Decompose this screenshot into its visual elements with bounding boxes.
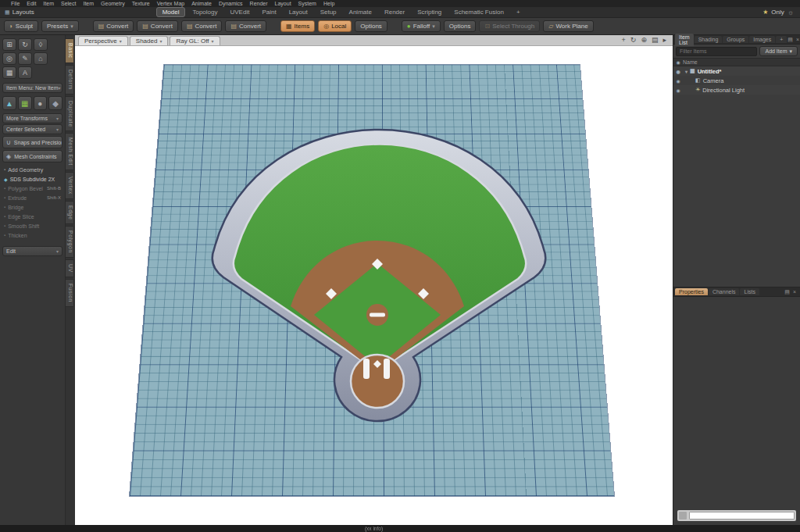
close-icon[interactable]: × bbox=[793, 289, 796, 295]
tab-properties[interactable]: Properties bbox=[675, 288, 708, 295]
expander-icon[interactable]: ▾ bbox=[683, 69, 690, 74]
sculpt-button[interactable]: ◗ Sculpt bbox=[4, 20, 38, 32]
vtab-edge[interactable]: Edge bbox=[66, 201, 74, 224]
tab-render[interactable]: Render bbox=[379, 8, 410, 16]
tab-images[interactable]: Images bbox=[749, 36, 775, 43]
visibility-eye-icon[interactable]: ◉ bbox=[673, 78, 683, 84]
menu-layout[interactable]: Layout bbox=[275, 1, 291, 6]
tab-animate[interactable]: Animate bbox=[344, 8, 377, 16]
move-tool-button[interactable]: ⊞ bbox=[2, 38, 16, 51]
local-button[interactable]: ◎ Local bbox=[318, 20, 352, 32]
tool-smooth-shift[interactable]: ▪ Smooth Shift bbox=[0, 221, 65, 230]
tab-layout[interactable]: Layout bbox=[284, 8, 313, 16]
shaded-tab[interactable]: Shaded ▾ bbox=[130, 36, 169, 45]
tab-item-list[interactable]: Item List bbox=[675, 34, 694, 46]
tab-setup[interactable]: Setup bbox=[315, 8, 342, 16]
snaps-precision-button[interactable]: ∪ Snaps and Precision bbox=[2, 136, 62, 148]
add-panel-tab-button[interactable]: + bbox=[776, 36, 787, 43]
visibility-eye-icon[interactable]: ◉ bbox=[673, 87, 683, 93]
visibility-eye-icon[interactable]: ◉ bbox=[673, 69, 683, 74]
baseball-field-cookie-cutter-model[interactable] bbox=[75, 46, 673, 525]
menu-edit[interactable]: Edit bbox=[27, 1, 36, 6]
presets-button[interactable]: Presets ▾ bbox=[41, 20, 79, 32]
edit-dropdown[interactable]: Edit ▾ bbox=[2, 246, 62, 256]
items-mode-button[interactable]: ▦ Items bbox=[280, 20, 315, 32]
convert-button-2[interactable]: ▤ Convert bbox=[137, 20, 178, 32]
item-menu-dropdown[interactable]: Item Menu: New Item ▾ bbox=[2, 83, 62, 93]
perspective-tab[interactable]: Perspective ▾ bbox=[78, 36, 128, 45]
command-history-button[interactable] bbox=[679, 512, 687, 520]
vtab-uv[interactable]: UV bbox=[66, 259, 74, 277]
tool-sds-subdivide[interactable]: ◆ SDS Subdivide 2X bbox=[0, 174, 65, 184]
center-selected-dropdown[interactable]: Center Selected ▾ bbox=[2, 124, 62, 134]
menu-item[interactable]: Item bbox=[43, 1, 54, 6]
tool-bridge[interactable]: ▪ Bridge bbox=[0, 202, 65, 212]
viewport-menu-icon[interactable]: ▸ bbox=[662, 36, 666, 44]
mesh-constraints-button[interactable]: ◈ Mesh Constraints bbox=[2, 150, 62, 162]
vtab-mesh-edit[interactable]: Mesh Edit bbox=[66, 133, 74, 170]
layouts-menu-button[interactable]: ▦ Layouts bbox=[0, 9, 39, 16]
primitive-tool-button[interactable]: ⌂ bbox=[34, 52, 48, 65]
vtab-polygon[interactable]: Polygon bbox=[66, 226, 74, 258]
action-center-button[interactable]: ▲ bbox=[2, 96, 16, 110]
pan-icon[interactable]: + bbox=[622, 36, 626, 44]
menu-render[interactable]: Render bbox=[250, 1, 268, 6]
name-column-header[interactable]: Name bbox=[683, 59, 698, 65]
options-button-1[interactable]: Options bbox=[355, 20, 388, 32]
more-transforms-dropdown[interactable]: More Transforms ▾ bbox=[2, 113, 62, 123]
text-tool-button[interactable]: A bbox=[18, 66, 32, 79]
menu-system[interactable]: System bbox=[298, 1, 316, 6]
panel-options-icon[interactable]: ▤ bbox=[784, 289, 790, 295]
vtab-duplicate[interactable]: Duplicate bbox=[66, 96, 74, 132]
tool-thicken[interactable]: ▪ Thicken bbox=[0, 230, 65, 240]
tool-polygon-bevel[interactable]: ▪ Polygon Bevel Shift-B bbox=[0, 184, 65, 193]
rotate-tool-button[interactable]: ↻ bbox=[18, 38, 32, 51]
tab-topology[interactable]: Topology bbox=[187, 8, 223, 16]
tab-uvedit[interactable]: UVEdit bbox=[224, 8, 255, 16]
menu-geometry[interactable]: Geometry bbox=[101, 1, 125, 6]
convert-button-1[interactable]: ▤ Convert bbox=[93, 20, 134, 32]
tab-model[interactable]: Model bbox=[156, 7, 186, 17]
orbit-icon[interactable]: ↻ bbox=[630, 36, 637, 44]
menu-vertex-map[interactable]: Vertex Map bbox=[157, 1, 184, 6]
raygl-tab[interactable]: Ray GL: Off ▾ bbox=[170, 36, 220, 45]
gear-icon[interactable]: ☼ bbox=[788, 9, 794, 16]
vtab-basic[interactable]: Basic bbox=[66, 38, 74, 63]
cone-button[interactable]: ◆ bbox=[48, 96, 62, 110]
sphere-button[interactable]: ● bbox=[34, 96, 48, 110]
scale-tool-button[interactable]: ◊ bbox=[34, 38, 48, 51]
tree-row-mesh[interactable]: ◉ ▾ ▦ Untitled* bbox=[673, 66, 800, 76]
vtab-vertex[interactable]: Vertex bbox=[66, 172, 74, 199]
convert-button-4[interactable]: ▤ Convert bbox=[225, 20, 266, 32]
pen-tool-button[interactable]: ✎ bbox=[18, 52, 32, 65]
soft-select-tool-button[interactable]: ◎ bbox=[2, 52, 16, 65]
tool-extrude[interactable]: ▪ Extrude Shift-X bbox=[0, 193, 65, 202]
add-item-button[interactable]: Add Item ▾ bbox=[759, 46, 798, 56]
menu-animate[interactable]: Animate bbox=[191, 1, 212, 6]
add-layout-tab-button[interactable]: + bbox=[511, 8, 526, 16]
filter-items-input[interactable] bbox=[676, 47, 757, 56]
viewport-canvas[interactable] bbox=[75, 46, 673, 525]
tab-paint[interactable]: Paint bbox=[256, 8, 281, 16]
zoom-icon[interactable]: ⊕ bbox=[641, 36, 647, 44]
command-input[interactable] bbox=[689, 512, 795, 520]
select-through-button[interactable]: ⊡ Select Through bbox=[479, 20, 540, 32]
options-button-2[interactable]: Options bbox=[444, 20, 477, 32]
close-icon[interactable]: × bbox=[796, 37, 799, 43]
tool-edge-slice[interactable]: ▪ Edge Slice bbox=[0, 212, 65, 221]
only-toggle[interactable]: ★ Only ☼ bbox=[762, 9, 794, 16]
menu-help[interactable]: Help bbox=[323, 1, 334, 6]
mesh-tool-button[interactable]: ▦ bbox=[2, 66, 16, 79]
tab-groups[interactable]: Groups bbox=[723, 36, 748, 43]
tab-lists[interactable]: Lists bbox=[740, 288, 759, 295]
grid-snap-button[interactable]: ▦ bbox=[18, 96, 32, 110]
tab-shading[interactable]: Shading bbox=[695, 36, 723, 43]
falloff-button[interactable]: ● Falloff ▾ bbox=[402, 20, 441, 32]
menu-file[interactable]: File bbox=[11, 1, 20, 6]
convert-button-3[interactable]: ▤ Convert bbox=[181, 20, 223, 32]
panel-options-icon[interactable]: ▤ bbox=[788, 37, 793, 43]
menu-dynamics[interactable]: Dynamics bbox=[219, 1, 243, 6]
vtab-fusion[interactable]: Fusion bbox=[66, 279, 74, 307]
tab-channels[interactable]: Channels bbox=[709, 288, 740, 295]
vtab-deform[interactable]: Deform bbox=[66, 65, 74, 95]
